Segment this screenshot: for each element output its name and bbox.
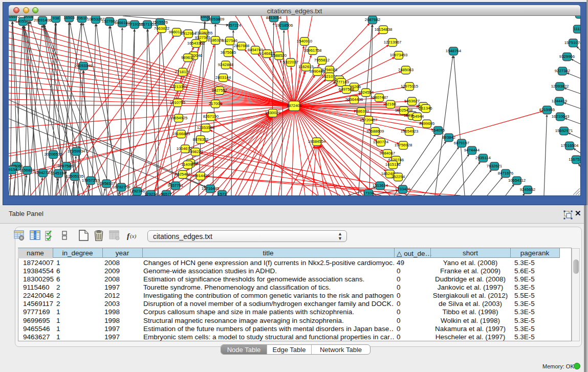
svg-text:9242848: 9242848 <box>218 62 233 67</box>
svg-text:9227342: 9227342 <box>555 69 570 73</box>
svg-text:7357224: 7357224 <box>226 23 242 28</box>
svg-text:1548764: 1548764 <box>446 49 462 53</box>
svg-text:1513614: 1513614 <box>373 183 388 188</box>
svg-text:9463627: 9463627 <box>404 99 420 103</box>
svg-text:252254: 252254 <box>391 174 405 179</box>
svg-text:12093822: 12093822 <box>551 84 569 89</box>
svg-text:129234: 129234 <box>144 192 158 195</box>
svg-text:2016: 2016 <box>24 16 33 19</box>
svg-text:2087682: 2087682 <box>365 17 380 22</box>
svg-text:12942737: 12942737 <box>34 170 52 175</box>
svg-text:15692971: 15692971 <box>555 128 573 133</box>
svg-text:217006: 217006 <box>209 101 222 106</box>
svg-text:2935114: 2935114 <box>475 156 491 160</box>
svg-text:8878352: 8878352 <box>193 137 208 142</box>
svg-text:6794028: 6794028 <box>322 68 337 72</box>
svg-text:16961758: 16961758 <box>304 48 322 53</box>
svg-text:20364436: 20364436 <box>345 97 363 102</box>
svg-text:1830029: 1830029 <box>265 111 280 115</box>
svg-text:16782759: 16782759 <box>113 185 130 189</box>
svg-text:9777169: 9777169 <box>334 80 349 84</box>
svg-text:7386372: 7386372 <box>354 109 369 114</box>
svg-text:19756928: 19756928 <box>395 143 412 147</box>
svg-text:1145194: 1145194 <box>51 171 66 176</box>
svg-text:19218506: 19218506 <box>275 23 293 28</box>
svg-text:19654925: 19654925 <box>170 116 188 120</box>
svg-text:8912954: 8912954 <box>181 31 197 36</box>
svg-text:1112: 1112 <box>574 27 580 31</box>
svg-text:9327546: 9327546 <box>222 38 237 43</box>
svg-text:10654112: 10654112 <box>508 178 526 183</box>
svg-text:1167534: 1167534 <box>569 157 580 162</box>
svg-text:39154: 39154 <box>9 167 18 172</box>
svg-text:9899695: 9899695 <box>419 121 435 126</box>
svg-text:6879197: 6879197 <box>454 141 469 145</box>
svg-text:62160: 62160 <box>385 102 396 106</box>
svg-text:1498222: 1498222 <box>188 149 203 154</box>
svg-text:10973493: 10973493 <box>390 53 408 57</box>
svg-text:17334: 17334 <box>363 191 374 195</box>
svg-text:893842: 893842 <box>442 135 455 140</box>
svg-text:1588520: 1588520 <box>271 53 287 58</box>
svg-text:938: 938 <box>52 16 59 20</box>
svg-text:96577: 96577 <box>161 192 172 195</box>
svg-text:20206536: 20206536 <box>45 152 62 157</box>
svg-text:9245652: 9245652 <box>520 187 535 192</box>
svg-text:1010755: 1010755 <box>170 100 186 105</box>
svg-text:8427552: 8427552 <box>212 88 227 93</box>
svg-text:19384554: 19384554 <box>308 139 326 144</box>
svg-text:90975867: 90975867 <box>58 164 76 168</box>
svg-text:20691406: 20691406 <box>34 18 52 23</box>
svg-text:3024554: 3024554 <box>358 90 374 95</box>
svg-text:15720407: 15720407 <box>360 118 378 122</box>
svg-text:10807487: 10807487 <box>371 95 388 100</box>
svg-text:9329966: 9329966 <box>559 54 575 59</box>
svg-text:9657791: 9657791 <box>168 183 183 188</box>
svg-text:1112: 1112 <box>576 16 580 16</box>
svg-text:12213369: 12213369 <box>170 84 188 89</box>
svg-text:1292346: 1292346 <box>129 189 145 193</box>
svg-text:2867608: 2867608 <box>234 43 249 48</box>
svg-text:1244419: 1244419 <box>552 99 567 103</box>
svg-text:1615132: 1615132 <box>385 162 401 167</box>
svg-text:15716485: 15716485 <box>202 186 220 191</box>
svg-text:17359934: 17359934 <box>68 149 85 154</box>
svg-text:1571: 1571 <box>217 192 226 195</box>
svg-text:7625402: 7625402 <box>175 172 190 177</box>
svg-text:16543362: 16543362 <box>187 41 205 46</box>
svg-text:9474444: 9474444 <box>464 148 480 152</box>
svg-text:9084067: 9084067 <box>380 151 395 156</box>
svg-text:1156829: 1156829 <box>19 168 35 172</box>
svg-text:16503: 16503 <box>63 16 75 20</box>
svg-text:12975115: 12975115 <box>401 84 419 89</box>
svg-text:6497508: 6497508 <box>339 87 354 92</box>
svg-text:(x): (x) <box>130 233 137 239</box>
svg-text:3675685: 3675685 <box>221 50 236 55</box>
svg-text:17016504: 17016504 <box>561 143 579 148</box>
svg-text:19654923: 19654923 <box>401 129 419 134</box>
svg-text:7485063: 7485063 <box>398 68 413 72</box>
svg-text:8813054: 8813054 <box>266 16 282 20</box>
svg-text:8471676: 8471676 <box>498 171 513 176</box>
svg-text:15751074: 15751074 <box>564 40 580 45</box>
svg-text:754944: 754944 <box>410 114 424 119</box>
svg-text:17957253: 17957253 <box>82 178 100 183</box>
svg-text:20610: 20610 <box>76 16 88 20</box>
svg-text:911346: 911346 <box>419 106 432 111</box>
svg-text:12353594: 12353594 <box>197 125 215 130</box>
svg-text:19166825: 19166825 <box>172 132 190 136</box>
svg-text:7632621: 7632621 <box>487 164 502 168</box>
svg-text:2718176: 2718176 <box>175 70 190 74</box>
svg-text:16210643: 16210643 <box>552 114 570 119</box>
svg-text:7955812: 7955812 <box>314 58 330 62</box>
svg-text:1733426: 1733426 <box>395 187 410 191</box>
svg-text:16914479: 16914479 <box>192 173 210 178</box>
svg-text:1580724: 1580724 <box>373 140 389 144</box>
svg-text:2803144: 2803144 <box>215 75 231 80</box>
svg-text:16154838: 16154838 <box>375 27 393 32</box>
svg-text:7663822: 7663822 <box>154 26 169 31</box>
svg-text:1540910: 1540910 <box>297 39 313 43</box>
svg-text:8215955: 8215955 <box>539 107 555 112</box>
svg-text:8186328: 8186328 <box>208 38 223 42</box>
svg-text:16053809: 16053809 <box>207 17 225 21</box>
